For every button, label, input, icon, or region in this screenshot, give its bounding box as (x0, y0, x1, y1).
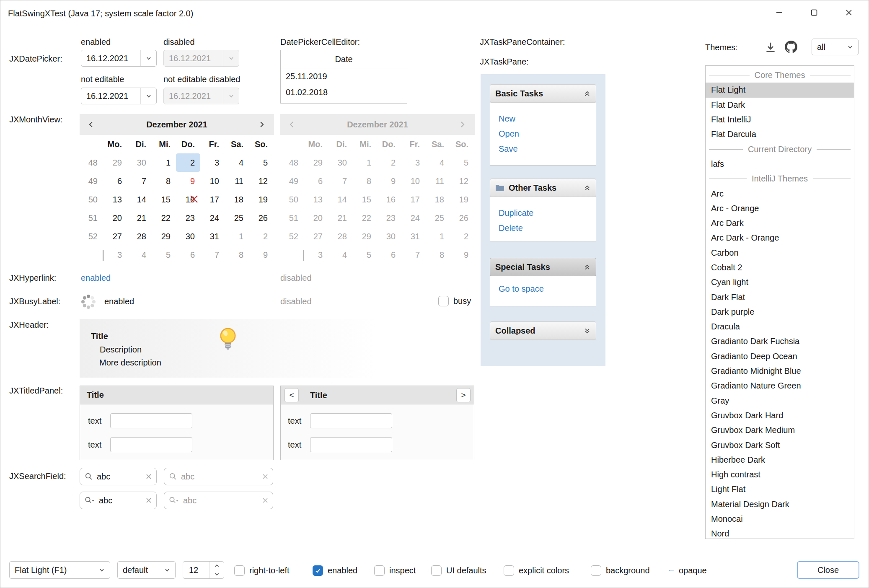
day-cell[interactable]: 12 (249, 172, 273, 190)
day-cell[interactable]: 14 (127, 190, 152, 209)
day-cell[interactable]: 31 (200, 227, 225, 246)
theme-list-item[interactable]: Gruvbox Dark Soft (706, 438, 854, 452)
table-column-header[interactable]: Date (281, 50, 407, 68)
day-cell[interactable]: 20 (103, 209, 127, 227)
day-cell[interactable]: 7 (200, 246, 225, 264)
spinner-up-button[interactable] (210, 562, 224, 570)
theme-list-item[interactable]: Gruvbox Dark Hard (706, 408, 854, 423)
day-cell[interactable]: 1 (152, 153, 176, 172)
day-cell[interactable]: 2 (249, 227, 273, 246)
day-cell[interactable]: 21 (127, 209, 152, 227)
theme-list-item[interactable]: Gradianto Nature Green (706, 378, 854, 393)
theme-list-item[interactable]: Flat Light (706, 83, 854, 97)
clear-icon[interactable] (146, 474, 152, 479)
day-cell[interactable]: 24 (200, 209, 225, 227)
search-with-menu-icon[interactable] (85, 496, 95, 505)
clear-icon[interactable] (262, 497, 268, 503)
checkbox-explicit-colors[interactable]: explicit colors (504, 565, 569, 576)
day-cell[interactable]: 30 (176, 227, 200, 246)
theme-list-item[interactable]: Dark Flat (706, 290, 854, 304)
day-cell[interactable]: 3 (103, 246, 127, 264)
theme-list-item[interactable]: Nord (706, 526, 854, 539)
theme-list-item[interactable]: Cobalt 2 (706, 260, 854, 275)
day-cell[interactable]: 13 (103, 190, 127, 209)
search-field-placeholder[interactable]: abc (164, 468, 273, 485)
clear-icon[interactable] (146, 497, 152, 503)
day-cell[interactable]: 8 (225, 246, 249, 264)
datepicker-dropdown-button[interactable] (140, 88, 156, 104)
day-cell[interactable]: 9 (176, 172, 200, 190)
day-cell[interactable]: 17 (200, 190, 225, 209)
text-input[interactable] (110, 437, 192, 452)
day-cell[interactable]: 4 (127, 246, 152, 264)
search-field-with-menu-placeholder[interactable]: abc (164, 492, 273, 509)
taskpane-header[interactable]: Basic Tasks (490, 84, 596, 103)
day-cell[interactable]: 10 (200, 172, 225, 190)
day-cell[interactable]: 2 (176, 153, 200, 172)
theme-list-item[interactable]: Arc - Orange (706, 201, 854, 216)
prev-button[interactable]: < (284, 388, 299, 402)
task-link[interactable]: Go to space (490, 281, 596, 296)
theme-list-item[interactable]: Flat Dark (706, 98, 854, 112)
table-row[interactable]: 25.11.2019 (281, 68, 407, 84)
datepicker-dropdown-button[interactable] (140, 50, 156, 66)
checkbox-opaque[interactable]: opaque (669, 565, 707, 576)
window-close-button[interactable] (835, 0, 863, 27)
monthview-enabled[interactable]: Dezember 2021Mo.Di.Mi.Do.Fr.Sa.So.482930… (80, 114, 274, 264)
theme-list-item[interactable]: Arc Dark - Orange (706, 231, 854, 245)
day-cell[interactable]: 25 (225, 209, 249, 227)
task-link[interactable]: Duplicate (490, 205, 596, 220)
theme-list-item[interactable]: High contrast (706, 467, 854, 482)
table-row[interactable]: 01.02.2018 (281, 84, 407, 100)
busy-checkbox[interactable]: busy (438, 296, 471, 306)
next-button[interactable]: > (456, 388, 471, 402)
day-cell[interactable]: 11 (225, 172, 249, 190)
download-icon[interactable] (765, 41, 776, 53)
checkbox-inspect[interactable]: inspect (374, 565, 416, 576)
text-input[interactable] (310, 413, 392, 428)
checkbox-enabled[interactable]: enabled (313, 565, 357, 576)
day-cell[interactable]: 6 (103, 172, 127, 190)
text-input[interactable] (310, 437, 392, 452)
theme-list-item[interactable]: Gruvbox Dark Medium (706, 423, 854, 438)
datepicker-enabled[interactable]: 16.12.2021 (81, 50, 157, 67)
theme-list-item[interactable]: Gradianto Dark Fuchsia (706, 334, 854, 349)
checkbox-ui-defaults[interactable]: UI defaults (431, 565, 486, 576)
theme-list-item[interactable]: Dark purple (706, 305, 854, 319)
theme-list-item[interactable]: Gradianto Midnight Blue (706, 364, 854, 378)
font-combo[interactable]: default (117, 561, 176, 579)
day-cell[interactable]: 3 (200, 153, 225, 172)
themes-filter-combo[interactable]: all (812, 39, 859, 55)
theme-list-item[interactable]: Gray (706, 394, 854, 408)
search-with-menu-icon[interactable] (169, 496, 179, 505)
theme-list-item[interactable]: Material Design Dark (706, 497, 854, 512)
task-link[interactable]: New (490, 111, 596, 126)
day-cell[interactable]: 15 (152, 190, 176, 209)
day-cell[interactable]: 26 (249, 209, 273, 227)
clear-icon[interactable] (262, 474, 268, 479)
close-dialog-button[interactable]: Close (797, 561, 859, 579)
maximize-button[interactable] (800, 0, 828, 27)
day-cell[interactable]: 29 (103, 153, 127, 172)
task-link[interactable]: Open (490, 126, 596, 141)
theme-list-item[interactable]: Dracula (706, 319, 854, 334)
theme-list-item[interactable]: Hiberbee Dark (706, 453, 854, 467)
theme-list-item[interactable]: Flat IntelliJ (706, 112, 854, 127)
theme-list-item[interactable]: Arc (706, 186, 854, 201)
day-cell[interactable]: 23 (176, 209, 200, 227)
day-cell[interactable]: 4 (225, 153, 249, 172)
day-cell[interactable]: 16 (176, 190, 200, 209)
laf-combo[interactable]: Flat Light (F1) (9, 561, 110, 579)
minimize-button[interactable] (766, 0, 793, 27)
day-cell[interactable]: 27 (103, 227, 127, 246)
theme-list-item[interactable]: Gradianto Deep Ocean (706, 349, 854, 364)
day-cell[interactable]: 28 (127, 227, 152, 246)
checkbox-background[interactable]: background (591, 565, 650, 576)
day-cell[interactable]: 6 (176, 246, 200, 264)
theme-list-item[interactable]: Cyan light (706, 275, 854, 290)
github-icon[interactable] (785, 41, 797, 53)
search-field[interactable]: abc (80, 468, 157, 485)
themes-list[interactable]: Core ThemesFlat LightFlat DarkFlat Intel… (705, 65, 854, 539)
hyperlink-enabled[interactable]: enabled (81, 272, 111, 284)
day-cell[interactable]: 5 (249, 153, 273, 172)
